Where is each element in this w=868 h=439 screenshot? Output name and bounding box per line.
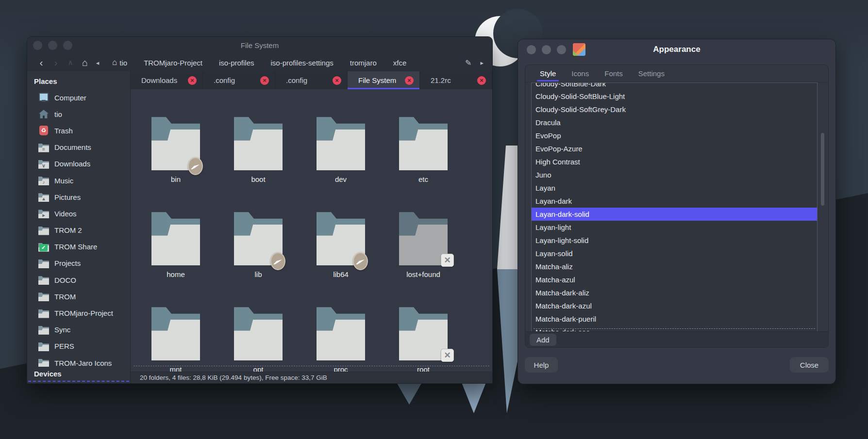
sidebar-item[interactable]: PERS bbox=[27, 338, 130, 355]
theme-list-item[interactable]: EvoPop-Azure bbox=[532, 142, 817, 155]
desktop: File System ‹ › ∧ ⌂ ◂ tio TROMjaro-Proje… bbox=[0, 0, 868, 439]
fm-titlebar[interactable]: File System bbox=[27, 37, 492, 54]
theme-list-item[interactable]: Layan-dark-solid bbox=[532, 208, 817, 221]
folder-icon: ✕ bbox=[234, 116, 283, 170]
theme-list-item[interactable]: Layan-solid bbox=[532, 247, 817, 260]
folder-icon: ✕ bbox=[151, 306, 200, 360]
theme-list-item[interactable]: EvoPop bbox=[532, 129, 817, 142]
theme-list-item[interactable]: Matcha-azul bbox=[532, 273, 817, 286]
appearance-tab[interactable]: Settings bbox=[633, 65, 670, 81]
back-icon[interactable]: ‹ bbox=[34, 55, 49, 70]
sidebar-item[interactable]: Downloads bbox=[27, 156, 130, 172]
theme-list-item[interactable]: Layan-dark bbox=[532, 195, 817, 208]
sidebar-item[interactable]: Sync bbox=[27, 322, 130, 338]
tab-close-icon[interactable] bbox=[333, 76, 341, 85]
appearance-window-title: Appearance bbox=[518, 45, 835, 54]
breadcrumb-item[interactable]: tromjaro bbox=[342, 56, 385, 69]
sidebar-item[interactable]: Pictures bbox=[27, 189, 130, 205]
fm-tab[interactable]: .config bbox=[275, 71, 348, 89]
fm-tab[interactable]: File System bbox=[348, 71, 420, 89]
places-header: Places bbox=[27, 75, 130, 89]
folder-item[interactable]: ✕ bin bbox=[134, 109, 217, 204]
theme-list-item[interactable]: Cloudy-SoftBlue-Dark bbox=[532, 82, 817, 90]
fm-tabbar: Downloads .config .config File System 21… bbox=[131, 71, 492, 89]
theme-list-item[interactable]: Cloudy-Solid-SoftBlue-Light bbox=[532, 90, 817, 103]
folder-item[interactable]: ✕ etc bbox=[382, 109, 465, 204]
scroll-left-icon[interactable]: ◂ bbox=[92, 59, 103, 66]
appearance-content: Style Icons Fonts Settings Cloudy-SoftBl… bbox=[525, 65, 829, 348]
theme-list-item[interactable]: Juno bbox=[532, 168, 817, 181]
devices-header: Devices bbox=[34, 370, 62, 378]
appearance-tab[interactable]: Fonts bbox=[599, 65, 629, 81]
theme-list-item[interactable]: Dracula bbox=[532, 116, 817, 129]
folder-icon: ✕ bbox=[317, 116, 365, 170]
theme-list-item[interactable]: Matcha-dark-aliz bbox=[532, 286, 817, 299]
tab-close-icon[interactable] bbox=[405, 76, 414, 85]
home-icon[interactable]: ⌂ bbox=[78, 57, 92, 68]
forward-icon[interactable]: › bbox=[49, 55, 63, 70]
breadcrumb-item[interactable]: tio bbox=[104, 55, 135, 70]
folder-icon: ✕ bbox=[151, 116, 200, 170]
folder-item[interactable]: ✕ dev bbox=[300, 109, 382, 204]
sidebar-item[interactable]: Videos bbox=[27, 205, 130, 222]
theme-list-item[interactable]: Matcha-dark-azul bbox=[532, 299, 817, 312]
theme-list-item[interactable]: Layan bbox=[532, 181, 817, 195]
folder-icon bbox=[38, 341, 50, 351]
edit-path-icon[interactable]: ✎ bbox=[465, 58, 471, 67]
fm-tab[interactable]: 21.2rc bbox=[420, 71, 492, 89]
folder-item[interactable]: ✕ boot bbox=[217, 109, 300, 204]
sidebar-item[interactable]: Projects bbox=[27, 255, 130, 272]
folder-item[interactable]: ✕ home bbox=[134, 204, 217, 299]
breadcrumb-item[interactable]: TROMjaro-Project bbox=[135, 56, 211, 69]
theme-list-item[interactable]: Layan-light bbox=[532, 221, 817, 234]
denied-emblem-icon: ✕ bbox=[441, 349, 454, 362]
sidebar-item[interactable]: DOCO bbox=[27, 272, 130, 288]
sidebar-item[interactable]: TROM bbox=[27, 288, 130, 305]
folder-item[interactable]: ✕ lib64 bbox=[300, 204, 382, 299]
folder-item[interactable]: ✕ proc bbox=[300, 299, 382, 372]
folder-item[interactable]: ✕ root bbox=[382, 299, 465, 372]
sidebar-item[interactable]: TROMjaro-Project bbox=[27, 305, 130, 321]
sidebar-item[interactable]: tio bbox=[27, 106, 130, 122]
places-list: Computer tio Trash Documents Downloads M… bbox=[27, 89, 130, 371]
theme-list-item[interactable]: Cloudy-Solid-SoftGrey-Dark bbox=[532, 103, 817, 116]
home-icon bbox=[38, 109, 50, 119]
sidebar-item[interactable]: Trash bbox=[27, 122, 130, 139]
appearance-titlebar[interactable]: Appearance bbox=[518, 39, 835, 60]
theme-list-item[interactable]: Layan-light-solid bbox=[532, 234, 817, 247]
scrollbar-thumb[interactable] bbox=[821, 133, 824, 206]
sidebar-item[interactable]: TROM Share bbox=[27, 239, 130, 255]
theme-list-item[interactable]: Matcha-aliz bbox=[532, 260, 817, 273]
breadcrumb-item[interactable]: iso-profiles-settings bbox=[263, 56, 342, 69]
folder-icon bbox=[38, 309, 50, 318]
sidebar-item[interactable]: Computer bbox=[27, 89, 130, 106]
theme-list-item[interactable]: Matcha-dark-pueril bbox=[532, 312, 817, 325]
tab-close-icon[interactable] bbox=[260, 76, 269, 85]
folder-item[interactable]: ✕ opt bbox=[217, 299, 300, 372]
appearance-footer: Help Close bbox=[518, 348, 835, 384]
scroll-right-icon[interactable]: ▸ bbox=[480, 59, 484, 66]
appearance-window: Appearance Style Icons Fonts Settings bbox=[517, 39, 836, 384]
sidebar-item[interactable]: TROM 2 bbox=[27, 222, 130, 239]
up-icon[interactable]: ∧ bbox=[63, 55, 78, 70]
fm-tab[interactable]: .config bbox=[203, 71, 275, 89]
add-theme-button[interactable]: Add bbox=[530, 334, 556, 346]
sidebar-item[interactable]: Documents bbox=[27, 139, 130, 156]
folder-item[interactable]: ✕ lib bbox=[217, 204, 300, 299]
devices-section: Devices bbox=[27, 367, 130, 383]
appearance-tab[interactable]: Style bbox=[534, 65, 562, 81]
folder-item[interactable]: ✕ lost+found bbox=[382, 204, 465, 299]
breadcrumb-item[interactable]: iso-profiles bbox=[211, 56, 263, 69]
appearance-tab[interactable]: Icons bbox=[566, 65, 595, 81]
close-button[interactable]: Close bbox=[790, 357, 829, 373]
sidebar-item[interactable]: Music bbox=[27, 172, 130, 189]
folder-item[interactable]: ✕ mnt bbox=[134, 299, 217, 372]
fm-tab[interactable]: Downloads bbox=[131, 71, 203, 89]
tab-close-icon[interactable] bbox=[477, 76, 486, 85]
appearance-tabs: Style Icons Fonts Settings bbox=[525, 65, 828, 82]
help-button[interactable]: Help bbox=[525, 357, 558, 373]
theme-list-item[interactable]: High Contrast bbox=[532, 155, 817, 168]
breadcrumb-item[interactable]: xfce bbox=[385, 56, 415, 69]
tab-close-icon[interactable] bbox=[188, 76, 197, 85]
folder-icon: ✕ bbox=[151, 211, 200, 265]
